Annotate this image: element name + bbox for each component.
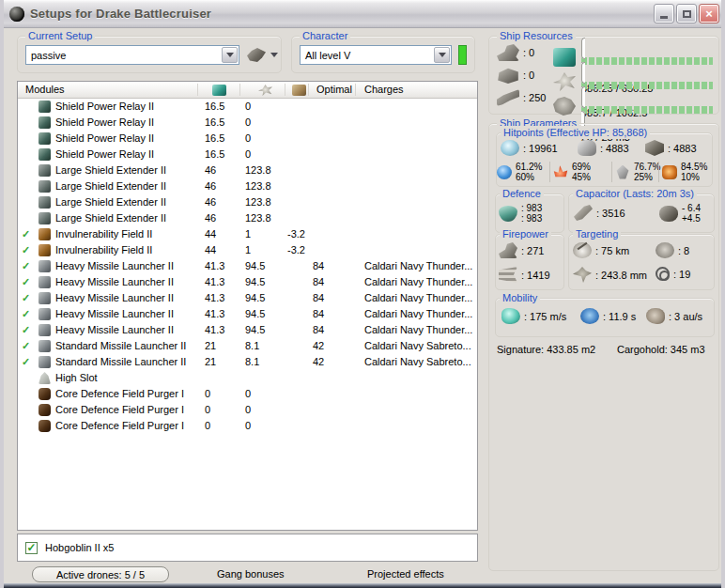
compass-icon <box>656 242 674 258</box>
module-optimal: 42 <box>313 340 324 351</box>
table-row[interactable]: ✓Standard Missile Launcher II218.142Cald… <box>18 354 477 370</box>
table-row[interactable]: Large Shield Extender II46123.8 <box>18 178 477 194</box>
column-header-modules[interactable]: Modules <box>25 84 65 95</box>
chevron-down-icon <box>270 53 278 57</box>
module-powergrid: 123.8 <box>245 164 271 176</box>
module-cpu: 0 <box>205 404 210 415</box>
missile-launcher-icon <box>39 340 51 352</box>
module-powergrid: 123.8 <box>245 180 271 192</box>
shield-icon <box>501 140 519 156</box>
modules-table-header[interactable]: Modules Optimal Charges <box>18 82 477 99</box>
maximize-button[interactable] <box>676 4 697 23</box>
table-row[interactable]: Shield Power Relay II16.50 <box>18 115 477 131</box>
column-divider <box>355 84 356 96</box>
module-cpu: 46 <box>205 196 216 208</box>
table-row[interactable]: ✓Standard Missile Launcher II218.142Cald… <box>18 338 477 354</box>
drones-list[interactable]: ✓ Hobgoblin II x5 <box>17 534 478 562</box>
close-button[interactable]: × <box>699 4 719 23</box>
active-check-icon: ✓ <box>22 228 30 240</box>
module-cpu: 41.3 <box>205 260 224 271</box>
module-name: Heavy Missile Launcher II <box>55 276 174 287</box>
radar-icon <box>573 242 592 258</box>
module-cpu: 16.5 <box>205 132 224 144</box>
table-row[interactable]: ✓Heavy Missile Launcher II41.394.584Cald… <box>18 274 477 290</box>
setup-combobox-arrow[interactable] <box>222 47 238 63</box>
resist-divider <box>611 162 612 182</box>
table-row[interactable]: ✓Heavy Missile Launcher II41.394.584Cald… <box>18 322 477 338</box>
maximize-icon <box>683 10 691 18</box>
table-row[interactable]: Large Shield Extender II46123.8 <box>18 162 477 178</box>
launcher-icon <box>497 67 519 84</box>
bullseye-icon <box>656 267 670 281</box>
column-header-capacitor[interactable] <box>292 85 306 98</box>
thermal-resistance: 69%45% <box>553 162 591 182</box>
module-powergrid: 123.8 <box>245 212 271 224</box>
module-cpu: 0 <box>205 388 210 399</box>
column-header-optimal[interactable]: Optimal <box>316 84 352 95</box>
calibration-icon <box>497 89 519 106</box>
column-header-charges[interactable]: Charges <box>364 84 404 95</box>
module-charges: Caldari Navy Sabreto... <box>364 340 471 351</box>
firepower-label: Firepower <box>500 227 551 240</box>
drone-checkbox[interactable]: ✓ <box>25 542 38 554</box>
module-powergrid: 0 <box>245 420 251 431</box>
calibration: : 250 <box>497 89 546 106</box>
table-row[interactable]: ✓Heavy Missile Launcher II41.394.584Cald… <box>18 290 477 306</box>
table-row[interactable]: ✓Invulnerability Field II441-3.2 <box>18 242 477 258</box>
shield-power-relay-icon <box>39 116 51 129</box>
module-name: Core Defence Field Purger I <box>55 388 184 399</box>
shield-power-relay-icon <box>39 132 51 145</box>
tools-icon <box>247 48 266 62</box>
titlebar[interactable]: Setups for Drake Battlecruiser × <box>0 0 725 28</box>
modules-table[interactable]: Modules Optimal Charges Shield Power Rel… <box>17 81 478 531</box>
resist-divider <box>549 162 550 182</box>
table-row[interactable]: Large Shield Extender II46123.8 <box>18 210 477 226</box>
capacitor-battery-icon <box>659 206 678 222</box>
setup-tools-button[interactable] <box>247 48 278 62</box>
tab-gang-bonuses[interactable]: Gang bonuses <box>217 568 285 580</box>
targeting-label: Targeting <box>573 227 621 240</box>
table-row[interactable]: Core Defence Field Purger I00 <box>18 402 477 418</box>
cargohold-capacity: Cargohold: 345 m3 <box>617 344 705 355</box>
column-divider <box>285 84 285 96</box>
rig-icon <box>39 420 51 432</box>
active-check-icon: ✓ <box>22 308 30 320</box>
cpu-icon <box>553 48 576 67</box>
table-row[interactable]: High Slot <box>18 370 477 386</box>
table-row[interactable]: Shield Power Relay II16.50 <box>18 131 477 147</box>
table-row[interactable]: ✓Heavy Missile Launcher II41.394.584Cald… <box>18 306 477 322</box>
setup-combobox[interactable]: passive <box>25 45 239 65</box>
table-row[interactable]: Large Shield Extender II46123.8 <box>18 194 477 210</box>
active-check-icon: ✓ <box>22 292 30 304</box>
turret-icon <box>497 44 519 61</box>
shield-power-relay-icon <box>39 148 51 161</box>
table-row[interactable]: Shield Power Relay II16.50 <box>18 99 477 115</box>
character-combobox-value: All level V <box>301 50 433 61</box>
table-row[interactable]: Shield Power Relay II16.50 <box>18 147 477 162</box>
tab-projected-effects[interactable]: Projected effects <box>367 568 444 580</box>
character-combobox-arrow[interactable] <box>434 47 450 63</box>
hull-icon <box>645 140 664 156</box>
module-cpu: 44 <box>205 228 216 240</box>
table-row[interactable]: Core Defence Field Purger I00 <box>18 386 477 402</box>
targeting-range: : 75 km <box>573 242 629 258</box>
module-charges: Caldari Navy Sabreto... <box>364 356 471 367</box>
launcher-hardpoints-value: : 0 <box>523 70 534 81</box>
shield-extender-icon <box>39 180 51 193</box>
tab-active-drones[interactable]: Active drones: 5 / 5 <box>32 566 169 582</box>
active-check-icon: ✓ <box>22 260 30 272</box>
scan-resolution-value: : 19 <box>673 269 690 280</box>
column-header-cpu[interactable] <box>212 85 226 98</box>
module-name: Heavy Missile Launcher II <box>55 292 174 303</box>
capacitor-amount-value: : 3516 <box>596 208 625 219</box>
character-combobox[interactable]: All level V <box>300 45 452 65</box>
module-powergrid: 0 <box>245 404 251 415</box>
table-row[interactable]: ✓Invulnerability Field II441-3.2 <box>18 226 477 242</box>
column-header-powergrid[interactable] <box>258 85 272 98</box>
capacitor-label: Capacitor (Lasts: 20m 3s) <box>573 187 697 200</box>
minimize-button[interactable] <box>654 4 674 23</box>
module-name: Shield Power Relay II <box>55 148 154 160</box>
table-row[interactable]: Core Defence Field Purger I00 <box>18 418 477 434</box>
module-powergrid: 8.1 <box>245 356 259 367</box>
table-row[interactable]: ✓Heavy Missile Launcher II41.394.584Cald… <box>18 258 477 274</box>
